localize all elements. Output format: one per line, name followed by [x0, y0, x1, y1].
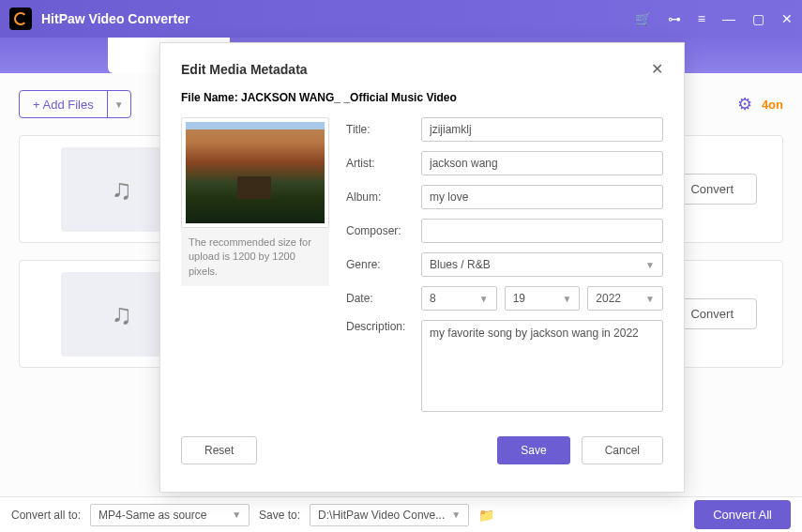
music-note-icon: ♫: [112, 298, 133, 330]
file-name-value: JACKSON WANG_ _Official Music Video: [241, 91, 457, 104]
composer-input[interactable]: [421, 219, 663, 243]
close-icon[interactable]: ✕: [781, 11, 793, 26]
titlebar-controls: 🛒 ⊶ ≡ — ▢ ✕: [635, 11, 793, 26]
key-icon[interactable]: ⊶: [668, 11, 681, 26]
titlebar: HitPaw Video Converter 🛒 ⊶ ≡ — ▢ ✕: [0, 0, 802, 38]
app-title: HitPaw Video Converter: [41, 11, 635, 26]
artist-input[interactable]: [421, 151, 663, 175]
modal-left-column: The recommended size for upload is 1200 …: [181, 117, 329, 421]
minimize-icon[interactable]: —: [722, 11, 735, 26]
save-to-label: Save to:: [259, 509, 300, 522]
composer-label: Composer:: [346, 224, 421, 237]
convert-format-select[interactable]: MP4-Same as source ▼: [90, 504, 250, 526]
genre-label: Genre:: [346, 258, 421, 271]
chevron-down-icon: ▼: [562, 294, 571, 304]
chevron-down-icon: ▼: [645, 294, 655, 304]
album-input[interactable]: [421, 185, 663, 209]
save-button[interactable]: Save: [497, 436, 569, 464]
add-files-button[interactable]: + Add Files ▼: [19, 90, 131, 118]
artwork-hint: The recommended size for upload is 1200 …: [181, 228, 329, 286]
genre-value: Blues / R&B: [430, 258, 491, 271]
modal-title: Edit Media Metadata: [181, 62, 308, 77]
convert-format-value: MP4-Same as source: [98, 509, 206, 522]
modal-close-button[interactable]: ✕: [651, 60, 663, 78]
speed-icon[interactable]: 4on: [762, 98, 783, 112]
edit-metadata-modal: Edit Media Metadata ✕ File Name: JACKSON…: [159, 42, 685, 493]
save-path-select[interactable]: D:\HitPaw Video Conve... ▼: [310, 504, 469, 526]
add-files-label: + Add Files: [20, 91, 108, 117]
chevron-down-icon: ▼: [232, 509, 241, 520]
file-name-row: File Name: JACKSON WANG_ _Official Music…: [181, 91, 663, 104]
folder-icon[interactable]: 📁: [478, 508, 494, 523]
artist-label: Artist:: [346, 157, 421, 170]
chevron-down-icon: ▼: [645, 260, 655, 270]
menu-icon[interactable]: ≡: [698, 11, 705, 26]
modal-form: Title: Artist: Album: Composer: Genre: B…: [346, 117, 663, 421]
modal-footer: Reset Save Cancel: [181, 436, 663, 464]
chevron-down-icon: ▼: [114, 99, 124, 110]
maximize-icon[interactable]: ▢: [752, 11, 764, 26]
bottombar: Convert all to: MP4-Same as source ▼ Sav…: [0, 496, 802, 532]
title-input[interactable]: [421, 117, 663, 142]
chevron-down-icon: ▼: [479, 294, 489, 304]
genre-select[interactable]: Blues / R&B ▼: [421, 252, 663, 277]
year-select[interactable]: 2022▼: [587, 286, 663, 311]
convert-all-button[interactable]: Convert All: [694, 500, 791, 529]
file-name-label: File Name:: [181, 91, 238, 104]
description-textarea[interactable]: [421, 320, 663, 412]
modal-header: Edit Media Metadata ✕: [181, 60, 663, 78]
add-files-dropdown[interactable]: ▼: [108, 91, 130, 117]
reset-button[interactable]: Reset: [181, 436, 257, 464]
modal-body: The recommended size for upload is 1200 …: [181, 117, 663, 421]
artwork-thumbnail[interactable]: [181, 117, 329, 228]
chevron-down-icon: ▼: [451, 509, 461, 520]
cart-icon[interactable]: 🛒: [635, 11, 651, 26]
app-logo: [9, 8, 32, 30]
month-select[interactable]: 8▼: [421, 286, 497, 311]
cancel-button[interactable]: Cancel: [582, 436, 663, 464]
description-label: Description:: [346, 320, 421, 333]
date-label: Date:: [346, 292, 421, 305]
gpu-icon[interactable]: ⚙: [737, 94, 752, 114]
save-path-value: D:\HitPaw Video Conve...: [318, 509, 445, 522]
music-note-icon: ♫: [112, 174, 133, 205]
day-select[interactable]: 19▼: [505, 286, 581, 311]
convert-all-to-label: Convert all to:: [11, 509, 81, 522]
title-label: Title:: [346, 123, 421, 136]
album-label: Album:: [346, 190, 421, 204]
